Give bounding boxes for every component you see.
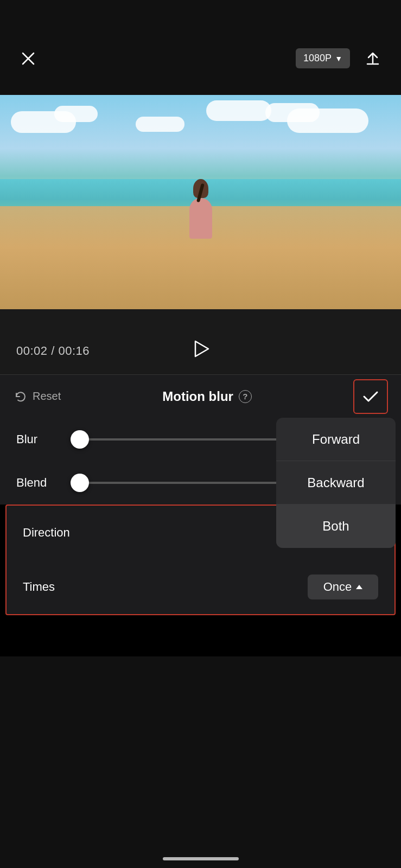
top-right-controls: 1080P ▼ [296,47,385,71]
cloud [136,117,184,132]
blur-slider-thumb[interactable] [71,430,89,449]
help-icon[interactable]: ? [239,390,252,403]
total-time: 00:16 [58,344,90,358]
dropdown-item-forward[interactable]: Forward [276,418,396,461]
time-separator: / [51,344,58,358]
play-icon [190,338,212,360]
confirm-button[interactable] [353,379,388,414]
person-silhouette [184,179,217,239]
resolution-button[interactable]: 1080P ▼ [296,48,350,68]
bottom-area [0,656,401,868]
dropdown-backward-label: Backward [307,475,364,490]
controls-area: 00:02 / 00:16 [0,309,401,374]
direction-label: Direction [23,526,70,540]
cloud [265,103,320,122]
resolution-chevron-icon: ▼ [335,54,342,63]
current-time: 00:02 [16,344,48,358]
upload-button[interactable] [361,47,385,71]
top-bar: 1080P ▼ [0,0,401,95]
times-value-button[interactable]: Once [308,575,378,599]
person-body [189,198,212,239]
home-indicator [163,857,239,860]
upload-icon [364,50,381,67]
times-chevron-up-icon [356,585,362,589]
times-label: Times [23,580,55,594]
settings-title: Motion blur ? [162,389,252,404]
blur-label: Blur [16,432,60,446]
close-icon [21,51,36,66]
dropdown-menu: Forward Backward Both [276,418,396,548]
video-preview [0,95,401,309]
dropdown-item-backward[interactable]: Backward [276,461,396,505]
time-display: 00:02 / 00:16 [16,344,90,358]
confirm-icon [361,387,380,406]
resolution-label: 1080P [303,53,332,64]
beach-scene [0,95,401,309]
blend-label: Blend [16,476,60,490]
dropdown-both-label: Both [322,519,349,534]
reset-button[interactable]: Reset [13,389,61,404]
times-row: Times Once [7,560,394,614]
cloud [54,106,98,122]
settings-title-text: Motion blur [162,389,233,404]
play-button[interactable] [187,335,214,362]
cloud [206,100,271,121]
dropdown-item-both[interactable]: Both [276,505,396,548]
settings-bar: Reset Motion blur ? [0,374,401,418]
person-head [193,179,208,198]
close-button[interactable] [16,47,40,71]
blend-slider-thumb[interactable] [71,474,89,492]
reset-label: Reset [33,390,61,403]
reset-icon [13,389,28,404]
svg-marker-4 [195,341,208,356]
dropdown-forward-label: Forward [312,432,360,447]
times-value: Once [323,580,352,594]
